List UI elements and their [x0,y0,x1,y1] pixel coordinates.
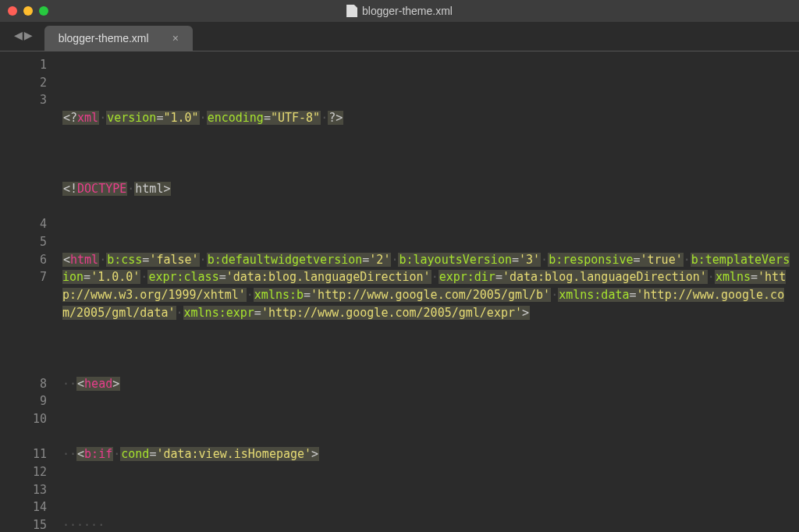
nav-forward-icon[interactable]: ▶ [24,27,33,43]
line-number: 7 [0,268,47,286]
close-window-button[interactable] [8,6,17,16]
titlebar: blogger-theme.xml [0,0,799,22]
line-number: 6 [0,251,47,269]
line-number: 10 [0,410,47,428]
window-controls [8,6,48,16]
line-number: 15 [0,516,47,532]
code-content[interactable]: <?xml·version="1.0"·encoding="UTF-8"·?> … [62,56,799,532]
code-line: ··<head> [62,375,791,393]
window-title: blogger-theme.xml [346,5,453,17]
line-number: 12 [0,463,47,481]
nav-back-icon[interactable]: ◀ [14,27,23,43]
line-number: 9 [0,392,47,410]
line-number: 14 [0,498,47,516]
line-number: 5 [0,233,47,251]
code-line: <!DOCTYPE·html> [62,180,791,198]
tab-active[interactable]: blogger-theme.xml × [44,26,193,51]
line-number: 8 [0,375,47,393]
code-line: ··<b:if·cond='data:view.isHomepage'> [62,445,791,463]
editor[interactable]: 1 2 3 4 5 6 7 8 9 10 11 12 13 14 15 <?xm… [0,51,799,532]
code-line: ······ [62,516,791,532]
code-line: <html·b:css='false'·b:defaultwidgetversi… [62,251,791,322]
minimize-window-button[interactable] [23,6,33,16]
tabbar: ◀ ▶ blogger-theme.xml × [0,22,799,51]
line-number: 2 [0,74,47,92]
line-number: 3 [0,91,47,109]
window-title-text: blogger-theme.xml [362,5,453,17]
file-icon [346,5,357,17]
line-numbers: 1 2 3 4 5 6 7 8 9 10 11 12 13 14 15 [0,56,62,532]
tab-close-icon[interactable]: × [172,32,179,44]
line-number: 4 [0,215,47,233]
line-number: 1 [0,56,47,74]
code-line: <?xml·version="1.0"·encoding="UTF-8"·?> [62,109,791,127]
tab-label: blogger-theme.xml [59,32,149,44]
maximize-window-button[interactable] [39,6,48,16]
nav-arrows: ◀ ▶ [6,27,44,51]
line-number: 11 [0,445,47,463]
line-number: 13 [0,481,47,499]
